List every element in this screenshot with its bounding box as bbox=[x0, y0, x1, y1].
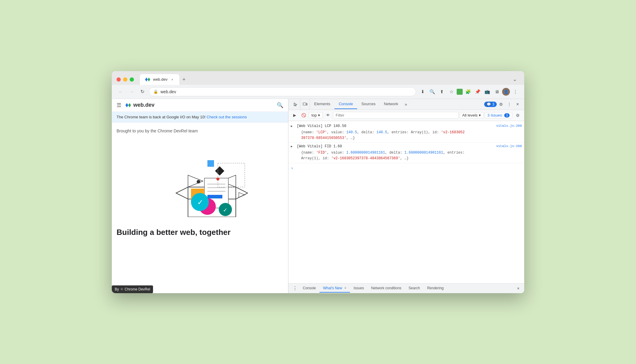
console-prompt[interactable]: › bbox=[288, 163, 524, 173]
console-toolbar: ▶ 🚫 top ▾ 👁 All levels ▾ 3 Issues: 3 ⚙ bbox=[288, 110, 524, 121]
console-entry-2: ▶ [Web Vitals] FID 1.60 vitals.js:208 {n… bbox=[288, 143, 524, 163]
bottom-tabs-bar: ⋮ Console What's New × Issues Network co… bbox=[288, 283, 524, 293]
fullscreen-traffic-light[interactable] bbox=[130, 77, 134, 82]
zoom-icon[interactable]: 🔍 bbox=[428, 88, 436, 96]
site-content: Brought to you by the Chrome DevRel team bbox=[112, 123, 288, 293]
hamburger-menu[interactable]: ☰ bbox=[117, 102, 121, 108]
expand-arrow-2[interactable]: ▶ bbox=[291, 144, 293, 149]
levels-selector[interactable]: All levels ▾ bbox=[460, 112, 484, 118]
devtools-settings-button[interactable]: ⚙ bbox=[497, 100, 505, 108]
download-page-icon[interactable]: ⬇ bbox=[418, 88, 427, 96]
devtools-tabs-bar: Elements Console Sources Network » 💬 3 ⚙ bbox=[288, 99, 524, 110]
forward-button[interactable]: → bbox=[127, 88, 136, 96]
svg-text:✓: ✓ bbox=[197, 198, 203, 206]
run-console-button[interactable]: ▶ bbox=[291, 111, 299, 119]
devrel-badge: By ⚙ Chrome DevRel bbox=[112, 285, 153, 293]
eye-icon[interactable]: 👁 bbox=[324, 111, 332, 119]
tab-title: web.dev bbox=[153, 77, 167, 82]
devtools-close-button[interactable]: × bbox=[513, 100, 522, 108]
console-link-1[interactable]: vitals.js:208 bbox=[496, 123, 522, 129]
new-tab-button[interactable]: + bbox=[179, 75, 188, 84]
browser-window: web.dev × + ⌄ ← → ↻ 🔒 web.dev ⬇ 🔍 ⬆ ☆ bbox=[112, 71, 524, 293]
close-traffic-light[interactable] bbox=[117, 77, 121, 82]
tab-sources[interactable]: Sources bbox=[357, 99, 380, 109]
website-area: ☰ web.dev 🔍 The Chrome team is back at G… bbox=[112, 99, 288, 293]
bottom-tab-whats-new[interactable]: What's New × bbox=[319, 284, 350, 293]
svg-marker-2 bbox=[126, 103, 128, 107]
more-menu-icon[interactable]: ⋮ bbox=[511, 88, 519, 96]
tab-console[interactable]: Console bbox=[334, 99, 357, 109]
svg-point-25 bbox=[216, 178, 219, 181]
share-icon[interactable]: ⬆ bbox=[438, 88, 446, 96]
console-output: ▶ [Web Vitals] LCP 140.50 vitals.js:208 … bbox=[288, 121, 524, 283]
issues-badge-header[interactable]: 💬 3 bbox=[484, 102, 497, 107]
console-settings-button[interactable]: ⚙ bbox=[513, 111, 522, 120]
tab-close-button[interactable]: × bbox=[170, 77, 175, 82]
back-button[interactable]: ← bbox=[117, 88, 125, 96]
svg-marker-7 bbox=[236, 187, 248, 199]
clear-console-button[interactable]: 🚫 bbox=[300, 111, 308, 119]
issues-badge-toolbar[interactable]: 3 Issues: 3 bbox=[485, 112, 512, 118]
title-bar: web.dev × + ⌄ bbox=[112, 71, 524, 85]
tab-elements[interactable]: Elements bbox=[310, 99, 334, 109]
tab-menu-button[interactable]: ⌄ bbox=[510, 75, 519, 84]
svg-rect-22 bbox=[215, 166, 224, 175]
svg-marker-8 bbox=[188, 175, 203, 187]
site-logo: web.dev bbox=[125, 102, 155, 108]
traffic-lights bbox=[117, 77, 134, 82]
cast-icon[interactable]: 📺 bbox=[483, 88, 491, 96]
console-link-2[interactable]: vitals.js:208 bbox=[496, 144, 522, 149]
extensions-icon[interactable]: 🧩 bbox=[464, 88, 472, 96]
bottom-tabs-more[interactable]: ⋮ bbox=[291, 284, 299, 293]
pin-icon[interactable]: 📌 bbox=[473, 88, 482, 96]
extension-green[interactable] bbox=[457, 89, 463, 95]
svg-marker-1 bbox=[148, 77, 150, 81]
more-tabs-icon[interactable]: » bbox=[402, 102, 409, 107]
hero-illustration: ✓ ✓ bbox=[152, 139, 248, 223]
console-line-text-2: [Web Vitals] FID 1.60 bbox=[297, 144, 494, 149]
svg-rect-28 bbox=[306, 103, 307, 105]
address-text: web.dev bbox=[160, 89, 412, 94]
screenshot-icon[interactable]: 🖥 bbox=[493, 88, 501, 96]
console-entry-1: ▶ [Web Vitals] LCP 140.50 vitals.js:208 … bbox=[288, 122, 524, 143]
bottom-tab-console[interactable]: Console bbox=[299, 284, 319, 293]
prompt-arrow: › bbox=[291, 165, 293, 172]
svg-rect-14 bbox=[207, 195, 222, 198]
bookmark-icon[interactable]: ☆ bbox=[447, 88, 455, 96]
inspect-element-icon[interactable] bbox=[291, 99, 300, 110]
svg-rect-27 bbox=[303, 103, 306, 105]
site-search-icon[interactable]: 🔍 bbox=[277, 102, 283, 108]
profile-avatar[interactable]: 👤 bbox=[502, 88, 510, 96]
reload-button[interactable]: ↻ bbox=[138, 88, 146, 96]
banner-link[interactable]: Check out the sessions bbox=[207, 115, 247, 119]
filter-input[interactable] bbox=[333, 112, 458, 119]
expand-arrow-1[interactable]: ▶ bbox=[291, 124, 293, 129]
device-toolbar-icon[interactable] bbox=[300, 99, 310, 110]
tabs-row: web.dev × + ⌄ bbox=[140, 74, 519, 85]
bottom-tab-search[interactable]: Search bbox=[405, 284, 424, 293]
console-line-text-1: [Web Vitals] LCP 140.50 bbox=[297, 123, 494, 129]
lock-icon: 🔒 bbox=[153, 89, 158, 94]
devtools-more-menu[interactable]: ⋮ bbox=[505, 100, 513, 108]
svg-rect-21 bbox=[207, 160, 214, 167]
bottom-close-button[interactable]: × bbox=[515, 284, 522, 293]
svg-marker-0 bbox=[145, 77, 148, 81]
badge-by: By bbox=[115, 287, 119, 291]
main-area: ☰ web.dev 🔍 The Chrome team is back at G… bbox=[112, 99, 524, 293]
context-selector[interactable]: top ▾ bbox=[309, 112, 323, 118]
brought-by-text: Brought to you by the Chrome DevRel team bbox=[117, 129, 283, 133]
address-bar[interactable]: 🔒 web.dev bbox=[149, 87, 416, 96]
devtools-panel: Elements Console Sources Network » 💬 3 ⚙ bbox=[288, 99, 524, 293]
tab-network[interactable]: Network bbox=[380, 99, 403, 109]
minimize-traffic-light[interactable] bbox=[123, 77, 127, 82]
whats-new-close[interactable]: × bbox=[344, 286, 346, 290]
page-heading: Building bbox=[117, 228, 150, 237]
badge-name: Chrome DevRel bbox=[125, 287, 150, 291]
bottom-tab-network-conditions[interactable]: Network conditions bbox=[368, 284, 405, 293]
active-tab[interactable]: web.dev × bbox=[140, 74, 179, 85]
bottom-tab-rendering[interactable]: Rendering bbox=[424, 284, 447, 293]
page-heading-2: a better web, together bbox=[150, 228, 230, 237]
webdev-favicon bbox=[145, 77, 151, 82]
bottom-tab-issues[interactable]: Issues bbox=[350, 284, 368, 293]
toolbar-actions: ⬇ 🔍 ⬆ ☆ 🧩 📌 📺 🖥 👤 ⋮ bbox=[418, 88, 519, 96]
